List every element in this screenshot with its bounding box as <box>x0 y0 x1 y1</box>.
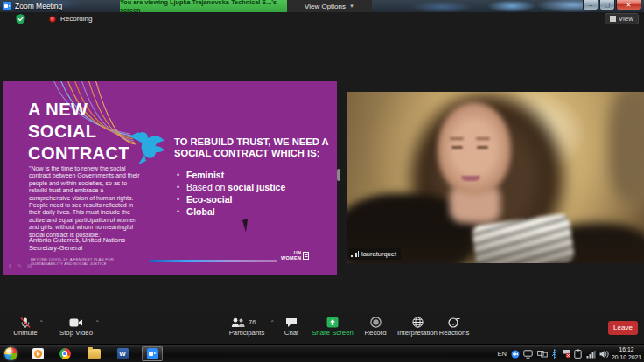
view-layout-button[interactable]: View <box>605 13 639 24</box>
presenter-tools: ❮ ✎ ▦ <box>8 262 32 269</box>
taskbar-explorer[interactable] <box>85 346 102 361</box>
clipboard-icon[interactable] <box>574 349 582 359</box>
network-signal-icon[interactable] <box>586 350 596 359</box>
bluetooth-icon[interactable] <box>551 349 557 359</box>
share-screen-icon <box>307 313 358 328</box>
participant-video: lauraturquet <box>346 92 644 263</box>
participants-button[interactable]: 76 ⌃ Participants <box>219 313 275 344</box>
reactions-icon <box>434 313 474 328</box>
minimize-button[interactable]: – <box>583 0 598 10</box>
recording-indicator-icon <box>49 16 56 23</box>
record-button[interactable]: Record <box>357 313 394 344</box>
participants-chevron[interactable]: ⌃ <box>270 319 275 326</box>
window-title: Zoom Meeting <box>15 2 62 10</box>
viewing-screen-banner: You are viewing Ljupka Trajanovska-Techn… <box>120 0 287 12</box>
folder-icon <box>88 349 101 359</box>
un-women-logo: UN WOMEN <box>281 251 309 261</box>
slide-quote: "Now is the time to renew the social con… <box>29 165 144 239</box>
video-options-chevron[interactable]: ⌃ <box>95 319 100 326</box>
slide-right-heading: TO REBUILD TRUST, WE NEED A SOCIAL CONTR… <box>174 136 330 158</box>
un-women-logo-mark <box>303 252 309 260</box>
chevron-down-icon: ▼ <box>349 3 354 9</box>
dual-display-icon[interactable] <box>537 350 548 359</box>
panel-divider-handle[interactable] <box>337 169 340 181</box>
zoom-meeting-window: Zoom Meeting You are viewing Ljupka Traj… <box>0 0 644 362</box>
participant-name: lauraturquet <box>361 250 396 258</box>
grid-icon: ▦ <box>27 262 32 269</box>
grid-view-icon <box>610 16 616 22</box>
record-icon <box>357 313 394 328</box>
taskbar-word[interactable]: W <box>114 346 131 361</box>
recording-label: Recording <box>60 15 92 23</box>
taskbar-media-player[interactable] <box>29 346 46 361</box>
participant-name-tag: lauraturquet <box>348 248 401 260</box>
close-button[interactable]: ✕ <box>616 0 641 10</box>
clock-time: 16:12 <box>610 346 643 354</box>
chat-button[interactable]: Chat <box>276 313 306 344</box>
audio-signal-icon <box>351 251 359 258</box>
slide-attribution: António Guterres, United Nations Secreta… <box>29 237 151 252</box>
word-icon: W <box>117 348 129 359</box>
shared-presentation-slide: A NEW SOCIAL CONTRACT "Now is the time t… <box>3 81 337 275</box>
bullet-eco-social: Eco-social <box>177 193 285 205</box>
audio-options-chevron[interactable]: ⌃ <box>39 319 44 326</box>
meeting-status-row: Recording View <box>0 12 644 26</box>
language-indicator[interactable]: EN <box>498 350 507 358</box>
media-player-icon <box>32 348 44 359</box>
system-tray: EN <box>498 346 609 361</box>
taskbar-clock[interactable]: 16:12 20.10.2021 <box>610 346 643 361</box>
bullet-global: Global <box>177 205 285 218</box>
window-titlebar: Zoom Meeting You are viewing Ljupka Traj… <box>0 0 644 12</box>
slide-progress-bar <box>150 260 277 262</box>
participant-face <box>438 102 511 195</box>
display-icon[interactable] <box>523 350 533 359</box>
share-screen-button[interactable]: Share Screen <box>307 313 358 344</box>
leave-button[interactable]: Leave <box>608 321 638 335</box>
participants-icon <box>219 313 275 328</box>
video-camera-icon <box>51 313 102 328</box>
volume-icon[interactable] <box>599 350 609 359</box>
clock-date: 20.10.2021 <box>610 354 643 362</box>
reactions-button[interactable]: Reactions <box>434 313 474 344</box>
bullet-feminist: Feminist <box>177 169 285 181</box>
windows-taskbar: W EN 16:12 20.10.2021 <box>0 344 644 362</box>
chrome-icon <box>60 348 71 359</box>
maximize-button[interactable]: ▢ <box>599 0 615 10</box>
unmute-button[interactable]: ⌃ Unmute <box>5 313 46 344</box>
participants-count: 76 <box>248 318 256 326</box>
start-button[interactable] <box>2 346 19 361</box>
pen-icon: ✎ <box>18 262 22 269</box>
zoom-tray-icon[interactable] <box>511 350 520 359</box>
taskbar-chrome[interactable] <box>56 346 74 361</box>
slide-footer-note: BEYOND COVID-19: A FEMINIST PLAN FOR SUS… <box>31 257 134 266</box>
zoom-taskbar-icon <box>147 348 158 359</box>
view-options-dropdown[interactable]: View Options ▼ <box>287 0 372 12</box>
zoom-app-icon <box>3 2 11 10</box>
encryption-shield-icon <box>16 14 25 24</box>
slide-bullet-list: Feminist Based on social justice Eco-soc… <box>177 169 285 218</box>
chat-icon <box>276 313 306 328</box>
stop-video-button[interactable]: ⌃ Stop Video <box>51 313 102 344</box>
windows-logo-icon <box>4 347 18 360</box>
zoom-toolbar: ⌃ Unmute ⌃ Stop Video 76 <box>0 313 644 344</box>
taskbar-zoom-active[interactable] <box>142 346 163 361</box>
bullet-social-justice: Based on social justice <box>177 181 285 193</box>
slide-title: A NEW SOCIAL CONTRACT <box>28 99 130 164</box>
action-center-flag-icon[interactable] <box>562 349 570 359</box>
prev-arrow-icon: ❮ <box>8 262 12 269</box>
